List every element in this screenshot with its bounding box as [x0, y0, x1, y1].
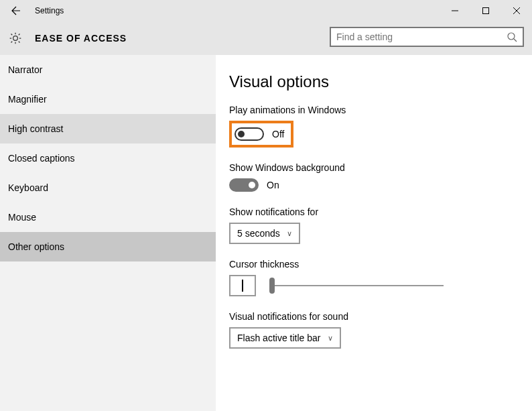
visual-notifications-value: Flash active title bar	[237, 333, 321, 343]
window-controls	[440, 0, 532, 21]
maximize-icon	[482, 7, 489, 14]
header-title: EASE OF ACCESS	[35, 33, 127, 44]
svg-rect-1	[483, 8, 489, 14]
chevron-down-icon: ∨	[287, 229, 292, 238]
show-background-toggle[interactable]	[229, 178, 259, 192]
show-background-state: On	[267, 180, 279, 190]
svg-line-3	[514, 39, 517, 42]
close-button[interactable]	[501, 0, 532, 21]
sidebar-item-keyboard[interactable]: Keyboard	[0, 173, 216, 202]
sidebar-item-label: High contrast	[8, 123, 63, 134]
notifications-combo[interactable]: 5 seconds ∨	[229, 223, 300, 244]
chevron-down-icon: ∨	[328, 334, 333, 343]
sidebar-item-label: Magnifier	[8, 94, 47, 105]
search-icon	[507, 32, 517, 42]
minimize-button[interactable]	[440, 0, 470, 21]
cursor-thickness-setting: Cursor thickness	[229, 259, 519, 296]
sidebar-item-label: Narrator	[8, 64, 42, 75]
sidebar-item-other-options[interactable]: Other options	[0, 232, 216, 261]
sidebar: Narrator Magnifier High contrast Closed …	[0, 55, 216, 411]
close-icon	[513, 7, 520, 14]
sidebar-item-label: Closed captions	[8, 153, 75, 164]
slider-thumb[interactable]	[269, 278, 275, 294]
search-input[interactable]	[336, 32, 507, 42]
show-background-setting: Show Windows background On	[229, 162, 519, 192]
sidebar-item-label: Mouse	[8, 212, 36, 223]
sidebar-item-magnifier[interactable]: Magnifier	[0, 84, 216, 114]
minimize-icon	[452, 7, 458, 14]
back-arrow-icon	[11, 5, 21, 16]
gear-icon	[8, 31, 23, 46]
visual-notifications-combo[interactable]: Flash active title bar ∨	[229, 327, 341, 349]
sidebar-item-label: Other options	[8, 241, 64, 252]
cursor-thickness-label: Cursor thickness	[229, 259, 519, 270]
svg-point-2	[508, 33, 515, 40]
sidebar-item-closed-captions[interactable]: Closed captions	[0, 143, 216, 173]
main-panel: Visual options Play animations in Window…	[216, 55, 532, 411]
cursor-preview	[229, 275, 256, 296]
cursor-thickness-slider[interactable]	[269, 285, 444, 286]
play-animations-setting: Play animations in Windows Off	[229, 105, 519, 148]
visual-notifications-label: Visual notifications for sound	[229, 311, 519, 322]
sidebar-item-high-contrast[interactable]: High contrast	[0, 114, 216, 143]
show-background-label: Show Windows background	[229, 162, 519, 173]
visual-notifications-setting: Visual notifications for sound Flash act…	[229, 311, 519, 349]
sidebar-item-narrator[interactable]: Narrator	[0, 55, 216, 84]
notifications-value: 5 seconds	[237, 228, 280, 239]
play-animations-state: Off	[272, 129, 284, 139]
play-animations-highlight: Off	[229, 121, 293, 148]
header: EASE OF ACCESS	[0, 21, 532, 55]
section-title: Visual options	[229, 72, 519, 91]
maximize-button[interactable]	[470, 0, 501, 21]
notifications-label: Show notifications for	[229, 207, 519, 217]
search-box[interactable]	[330, 27, 524, 47]
sidebar-item-label: Keyboard	[8, 182, 48, 193]
titlebar: Settings	[0, 0, 532, 21]
play-animations-toggle[interactable]	[235, 127, 264, 141]
sidebar-item-mouse[interactable]: Mouse	[0, 202, 216, 232]
window-title: Settings	[35, 6, 64, 15]
back-button[interactable]	[0, 0, 32, 21]
notifications-setting: Show notifications for 5 seconds ∨	[229, 207, 519, 244]
play-animations-label: Play animations in Windows	[229, 105, 519, 115]
